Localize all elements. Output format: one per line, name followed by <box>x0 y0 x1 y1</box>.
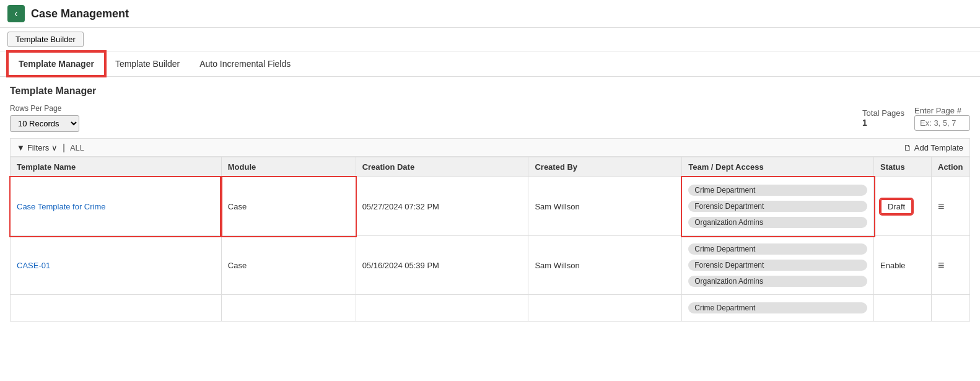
enter-page-label: Enter Page # <box>914 106 970 115</box>
creation-date-cell: 05/16/2024 05:39 PM <box>356 236 528 295</box>
action-cell[interactable] <box>932 295 970 322</box>
action-menu-icon[interactable]: ≡ <box>938 259 945 271</box>
col-header-created-by: Created By <box>528 157 682 177</box>
col-header-status: Status <box>874 157 932 177</box>
action-cell[interactable]: ≡ <box>932 236 970 295</box>
col-header-team-dept: Team / Dept Access <box>682 157 874 177</box>
sub-bar: Template Builder <box>0 28 980 51</box>
team-dept-cell: Crime DepartmentForensic DepartmentOrgan… <box>682 236 874 295</box>
team-dept-cell: Crime Department <box>682 295 874 322</box>
table-row: Case Template for CrimeCase05/27/2024 07… <box>11 177 970 236</box>
total-pages-area: Total Pages 1 Enter Page # <box>862 106 970 131</box>
filter-pipe: | <box>63 142 65 152</box>
module-cell <box>221 295 356 322</box>
col-header-action: Action <box>932 157 970 177</box>
table-row: Crime Department <box>11 295 970 322</box>
template-table: Template Name Module Creation Date Creat… <box>10 157 970 322</box>
add-template-label: Add Template <box>914 143 963 152</box>
tabs-bar: Template Manager Template Builder Auto I… <box>0 51 980 77</box>
creation-date-cell <box>356 295 528 322</box>
status-badge: Enable <box>880 261 905 270</box>
dept-badge: Forensic Department <box>688 260 867 271</box>
filter-all: ALL <box>70 143 84 152</box>
tab-auto-incremental[interactable]: Auto Incremental Fields <box>190 53 300 75</box>
col-header-creation-date: Creation Date <box>356 157 528 177</box>
rows-per-page-label: Rows Per Page <box>10 104 79 113</box>
dept-badge: Forensic Department <box>688 201 867 212</box>
action-cell[interactable]: ≡ <box>932 177 970 236</box>
template-builder-sub-button[interactable]: Template Builder <box>7 32 84 47</box>
col-header-module: Module <box>221 157 356 177</box>
template-name-link[interactable]: Case Template for Crime <box>17 202 106 211</box>
total-pages-value: 1 <box>862 118 904 128</box>
page-title: Case Management <box>31 7 129 20</box>
filter-chevron: ∨ <box>51 143 58 152</box>
status-cell: Draft <box>874 177 932 236</box>
col-header-template-name: Template Name <box>11 157 222 177</box>
rows-per-page-select[interactable]: 10 Records 25 Records 50 Records 100 Rec… <box>10 115 79 132</box>
section-title: Template Manager <box>10 85 970 97</box>
module-cell: Case <box>221 177 356 236</box>
created-by-cell: Sam Willson <box>528 236 682 295</box>
top-bar: ‹ Case Management <box>0 0 980 28</box>
back-button[interactable]: ‹ <box>7 5 25 22</box>
creation-date-cell: 05/27/2024 07:32 PM <box>356 177 528 236</box>
dept-badge: Crime Department <box>688 243 867 255</box>
team-dept-cell: Crime DepartmentForensic DepartmentOrgan… <box>682 177 874 236</box>
filter-button[interactable]: ▼ Filters ∨ <box>17 143 58 152</box>
status-cell: Enable <box>874 236 932 295</box>
tab-template-builder[interactable]: Template Builder <box>105 53 190 75</box>
filter-icon: ▼ <box>17 143 25 152</box>
filter-row: ▼ Filters ∨ | ALL 🗋 Add Template <box>10 138 970 157</box>
created-by-cell <box>528 295 682 322</box>
toolbar-row: Rows Per Page 10 Records 25 Records 50 R… <box>10 104 970 132</box>
add-template-icon: 🗋 <box>904 143 912 152</box>
rows-per-page-wrapper: Rows Per Page 10 Records 25 Records 50 R… <box>10 104 79 132</box>
module-cell: Case <box>221 236 356 295</box>
dept-badge: Organization Admins <box>688 276 867 287</box>
template-name-link[interactable]: CASE-01 <box>17 261 50 270</box>
table-header-row: Template Name Module Creation Date Creat… <box>11 157 970 177</box>
dept-badge: Crime Department <box>688 302 867 313</box>
add-template-button[interactable]: 🗋 Add Template <box>904 143 963 152</box>
status-badge: Draft <box>880 199 912 214</box>
tab-template-manager[interactable]: Template Manager <box>7 51 105 76</box>
total-pages-label: Total Pages <box>862 108 904 118</box>
main-content: Template Manager Rows Per Page 10 Record… <box>0 77 980 330</box>
status-cell <box>874 295 932 322</box>
filter-label: Filters <box>27 143 49 152</box>
dept-badge: Organization Admins <box>688 217 867 228</box>
action-menu-icon[interactable]: ≡ <box>938 200 945 212</box>
created-by-cell: Sam Willson <box>528 177 682 236</box>
enter-page-input[interactable] <box>914 115 970 131</box>
dept-badge: Crime Department <box>688 185 867 196</box>
table-row: CASE-01Case05/16/2024 05:39 PMSam Willso… <box>11 236 970 295</box>
